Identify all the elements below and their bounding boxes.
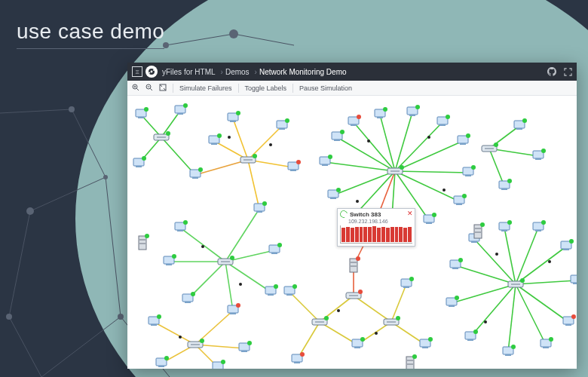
workstation-node[interactable] [499,220,512,231]
workstation-node[interactable] [156,356,169,367]
svg-point-119 [200,339,204,343]
workstation-node[interactable] [458,133,470,145]
workstation-node[interactable] [228,303,240,314]
pause-simulation-button[interactable]: Pause Simulation [299,84,352,92]
svg-point-101 [337,309,340,312]
server-node[interactable] [474,222,485,238]
svg-rect-244 [230,313,236,314]
workstation-node[interactable] [561,239,574,250]
svg-point-260 [221,360,225,364]
breadcrumb-demos[interactable]: Demos [225,68,250,76]
workstation-node[interactable] [463,165,476,176]
svg-point-100 [179,336,182,339]
workstation-node[interactable] [149,314,161,326]
svg-point-233 [142,156,146,161]
workstation-node[interactable] [136,107,149,118]
svg-rect-178 [501,230,507,231]
close-icon[interactable]: ✕ [407,210,413,217]
svg-point-194 [549,337,553,342]
server-node[interactable] [139,234,149,250]
zoom-out-button[interactable] [145,84,153,93]
workstation-node[interactable] [164,254,176,265]
github-icon[interactable] [547,67,556,76]
svg-line-43 [337,137,395,171]
workstation-node[interactable] [284,284,297,296]
workstation-node[interactable] [175,220,188,231]
svg-point-125 [396,316,400,320]
workstation-node[interactable] [320,155,332,166]
workstation-node[interactable] [401,277,414,288]
svg-rect-250 [271,253,277,254]
svg-point-149 [466,133,470,138]
svg-point-91 [367,139,370,143]
switch-node[interactable] [240,154,257,163]
workstation-node[interactable] [465,329,478,341]
breadcrumb-product[interactable]: yFiles for HTML [162,68,216,76]
workstation-node[interactable] [288,160,301,171]
workstation-node[interactable] [514,118,527,130]
workstation-node[interactable] [407,105,420,116]
workstation-node[interactable] [133,156,146,167]
workstation-node[interactable] [437,115,450,126]
workstation-node[interactable] [328,188,341,199]
workstation-node[interactable] [332,130,345,141]
svg-line-4 [9,211,30,317]
svg-rect-271 [294,362,300,363]
workstation-node[interactable] [533,149,546,160]
svg-line-22 [136,88,139,90]
workstation-node[interactable] [571,273,577,284]
svg-rect-247 [268,294,274,296]
switch-node[interactable] [188,339,204,348]
simulate-failures-button[interactable]: Simulate Failures [179,84,232,92]
switch-node[interactable] [154,131,170,140]
workstation-node[interactable] [228,111,240,122]
workstation-node[interactable] [182,292,195,303]
workstation-node[interactable] [265,284,278,296]
zoom-in-button[interactable] [132,84,139,93]
workstation-node[interactable] [533,220,546,231]
fit-content-button[interactable] [159,84,167,93]
svg-point-13 [6,314,12,320]
workstation-node[interactable] [348,115,361,126]
svg-point-206 [458,258,463,262]
toggle-labels-button[interactable]: Toggle Labels [245,84,287,92]
workstation-node[interactable] [269,243,282,254]
workstation-node[interactable] [375,107,387,118]
switch-node[interactable] [384,316,400,325]
svg-point-299 [356,256,360,261]
graph-canvas[interactable]: Switch 383 ✕ 109.232.198.146 [127,96,577,369]
server-node[interactable] [406,354,417,369]
workstation-node[interactable] [563,314,576,326]
workstation-node[interactable] [239,341,252,352]
svg-point-203 [455,296,459,300]
workstation-node[interactable] [190,167,203,179]
svg-rect-286 [501,188,507,190]
workstation-node[interactable] [420,337,433,348]
svg-line-52 [470,284,516,337]
workstation-node[interactable] [277,118,289,130]
server-node[interactable] [350,256,360,272]
svg-point-272 [300,352,305,357]
workstation-node[interactable] [209,133,222,145]
workstation-node[interactable] [292,352,305,363]
workstation-node[interactable] [213,360,225,369]
svg-point-287 [507,179,512,183]
svg-line-64 [161,137,195,175]
switch-node[interactable] [218,256,234,265]
svg-rect-288 [474,225,482,238]
svg-point-107 [400,165,404,170]
switch-node[interactable] [482,143,498,152]
switch-node[interactable] [346,290,363,299]
workstation-node[interactable] [446,296,459,307]
workstation-node[interactable] [352,337,365,348]
app-window: Ξ yFiles for HTML › Demos › Network Moni… [127,63,577,369]
svg-rect-145 [439,124,446,126]
svg-point-128 [358,290,363,294]
workstation-node[interactable] [499,179,512,190]
svg-point-173 [340,130,345,134]
fullscreen-icon[interactable] [564,68,572,76]
svg-line-71 [225,209,259,262]
workstation-node[interactable] [254,201,267,213]
workstation-node[interactable] [175,103,188,115]
workstation-node[interactable] [454,194,467,205]
